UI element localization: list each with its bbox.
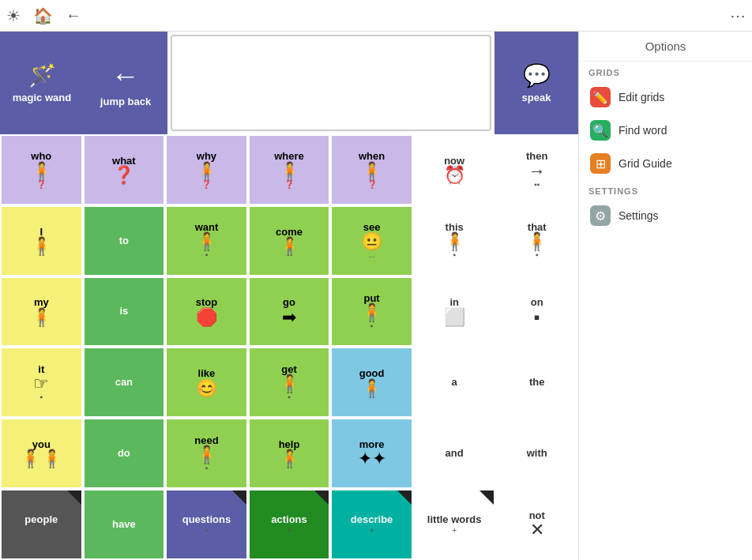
logo-icon[interactable]: ☀: [6, 6, 21, 25]
cell-symbol-more: ✦✦: [358, 450, 386, 468]
grid-cell-what[interactable]: what❓: [83, 134, 166, 205]
cell-symbol-help: 🧍: [279, 450, 300, 468]
grid-cell-more[interactable]: more✦✦: [330, 418, 413, 489]
grid-row-2: my🧍isstop🛑go➡put🧍▪in⬜on▪: [0, 276, 578, 348]
grid-cell-get[interactable]: get🧍▪: [248, 347, 331, 418]
cell-symbol-put: 🧍: [361, 304, 382, 321]
grid-cell-now[interactable]: now⏰: [413, 134, 496, 205]
cell-symbol-want: 🧍: [196, 233, 217, 250]
cell-sub-get: ▪: [288, 393, 291, 401]
grid-cell-have[interactable]: have: [83, 489, 166, 560]
cell-label-do: do: [118, 448, 130, 459]
grid-row-1: I🧍towant🧍▪come🧍see😐...this🧍▪that🧍▪: [0, 205, 578, 276]
grid-cell-like[interactable]: like😊: [165, 347, 248, 418]
grid-cell-good[interactable]: good🧍: [330, 347, 413, 418]
jump-back-button[interactable]: ← jump back: [84, 32, 167, 134]
grid-cell-why[interactable]: why🧍❓: [165, 134, 248, 205]
grid-cell-want[interactable]: want🧍▪: [165, 205, 248, 276]
cell-sub-need: ▪: [205, 464, 209, 472]
grid-cell-little-words[interactable]: little words+: [413, 489, 496, 560]
cell-label-can: can: [115, 377, 133, 388]
grid-cell-see[interactable]: see😐...: [330, 205, 413, 276]
cell-symbol-good: 🧍: [361, 380, 382, 397]
grid-cell-a[interactable]: a: [413, 347, 496, 418]
grid-row-0: who🧍❓what❓why🧍❓where🧍❓when🧍❓now⏰then→▪▪: [0, 134, 578, 205]
cell-symbol-need: 🧍: [196, 446, 217, 464]
find-word-icon: 🔍: [590, 120, 611, 141]
cell-label-actions: actions: [271, 514, 307, 525]
jump-icon: ←: [111, 59, 140, 92]
grid-cell-do[interactable]: do: [83, 418, 166, 489]
grid-cell-can[interactable]: can: [83, 347, 166, 418]
grid-cell-you[interactable]: you🧍🧍: [0, 418, 83, 489]
grid-cell-with[interactable]: with: [495, 418, 578, 489]
grid-cell-I[interactable]: I🧍: [0, 205, 83, 276]
grid-cell-is[interactable]: is: [83, 276, 166, 348]
grid-cell-people[interactable]: people+: [0, 489, 83, 560]
options-title: Options: [579, 32, 752, 62]
home-icon[interactable]: 🏠: [33, 6, 53, 25]
cell-sub-want: ▪: [205, 250, 209, 259]
cell-symbol-when: 🧍: [361, 163, 382, 180]
grid-cell-this[interactable]: this🧍▪: [413, 205, 496, 276]
grid-cell-that[interactable]: that🧍▪: [495, 205, 578, 276]
cell-symbol-see: 😐: [361, 233, 382, 250]
grid-cell-actions[interactable]: actions+: [248, 489, 331, 560]
grid-cell-it[interactable]: it☞▪: [0, 347, 83, 418]
grid-cell-not[interactable]: not✕: [495, 489, 578, 560]
text-display[interactable]: [171, 35, 491, 131]
grid-guide-label: Grid Guide: [619, 157, 672, 170]
options-item-grid-guide[interactable]: ⊞Grid Guide: [579, 147, 752, 180]
grid-cell-who[interactable]: who🧍❓: [0, 134, 83, 205]
cell-label-little-words: little words: [427, 514, 482, 525]
cell-symbol-who: 🧍: [31, 163, 52, 180]
grid-cell-put[interactable]: put🧍▪: [330, 276, 413, 348]
grid-cell-help[interactable]: help🧍: [248, 418, 331, 489]
grid-cell-go[interactable]: go➡: [248, 276, 331, 348]
find-word-label: Find word: [619, 124, 667, 137]
cell-sub-when: ❓: [367, 180, 377, 189]
back-icon[interactable]: ←: [66, 6, 81, 24]
cell-sub-put: ▪: [370, 321, 374, 330]
cell-label-describe: describe: [351, 514, 393, 525]
grid-cell-in[interactable]: in⬜: [413, 276, 496, 348]
options-item-settings[interactable]: ⚙Settings: [579, 199, 752, 232]
cell-sub-see: ...: [368, 250, 374, 259]
cell-symbol-then: →: [528, 163, 546, 180]
grid-cell-when[interactable]: when🧍❓: [330, 134, 413, 205]
options-section-label: GRIDS: [579, 62, 752, 81]
speak-button[interactable]: 💬 speak: [494, 32, 578, 134]
main-area: 🪄 magic wand ← jump back 💬 speak who🧍❓wh…: [0, 32, 752, 560]
cell-symbol-now: ⏰: [444, 167, 465, 184]
grid-cell-describe[interactable]: describe+: [330, 489, 413, 560]
grid-cell-to[interactable]: to: [83, 205, 166, 276]
grid-cell-where[interactable]: where🧍❓: [248, 134, 331, 205]
grid-cell-my[interactable]: my🧍: [0, 276, 83, 348]
cell-sub-who: ❓: [36, 180, 46, 189]
cell-label-have: have: [112, 519, 136, 530]
grid-cell-come[interactable]: come🧍: [248, 205, 331, 276]
grid-cell-questions[interactable]: questions+: [165, 489, 248, 560]
cell-sub-little-words: +: [452, 526, 457, 535]
options-item-edit-grids[interactable]: ✏️Edit grids: [579, 81, 752, 114]
grid-row-3: it☞▪canlike😊get🧍▪good🧍athe: [0, 347, 578, 418]
settings-label: Settings: [619, 209, 659, 222]
options-item-find-word[interactable]: 🔍Find word: [579, 114, 752, 147]
cell-label-people: people: [24, 514, 58, 525]
grid-cell-on[interactable]: on▪: [495, 276, 578, 348]
action-bar: 🪄 magic wand ← jump back 💬 speak: [0, 32, 578, 134]
cell-symbol-this: 🧍: [444, 233, 465, 250]
grid-cell-the[interactable]: the: [495, 347, 578, 418]
options-section-label: SETTINGS: [579, 180, 752, 199]
magic-wand-button[interactable]: 🪄 magic wand: [0, 32, 84, 134]
cell-label-the: the: [529, 377, 545, 388]
cell-label-with: with: [527, 448, 547, 459]
more-icon[interactable]: ⋯: [730, 6, 746, 25]
edit-grids-icon: ✏️: [590, 87, 611, 107]
grid-container: who🧍❓what❓why🧍❓where🧍❓when🧍❓now⏰then→▪▪I…: [0, 134, 578, 560]
grid-cell-need[interactable]: need🧍▪: [165, 418, 248, 489]
grid-cell-then[interactable]: then→▪▪: [495, 134, 578, 205]
grid-cell-stop[interactable]: stop🛑: [165, 276, 248, 348]
grid-cell-and[interactable]: and: [413, 418, 496, 489]
jump-label: jump back: [100, 96, 151, 107]
